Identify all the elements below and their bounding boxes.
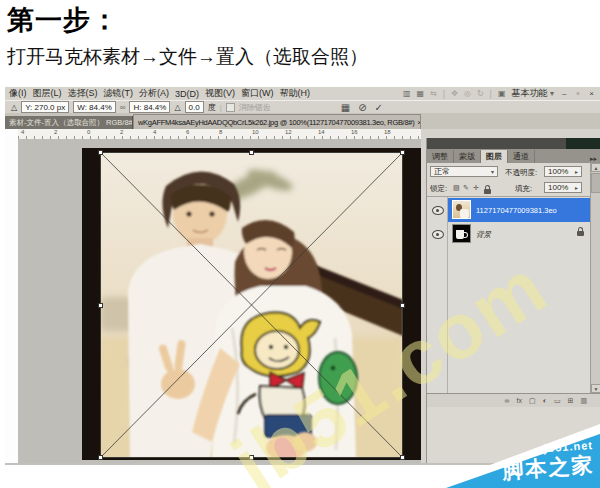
document-tab-photo[interactable]: wKgAFFM4ksaAEyHdAADQQbCrL5k262.jpg @ 100…: [133, 114, 421, 129]
y-position-field[interactable]: Y: 270.0 px: [21, 101, 69, 113]
blend-mode-select[interactable]: 正常 ▾: [430, 166, 498, 177]
link-layers-icon[interactable]: ∞: [505, 397, 510, 404]
dock-collapse-area[interactable]: [566, 138, 600, 149]
layer-name: 1127170477009381.3eo: [476, 206, 584, 215]
chevron-down-icon: ▾: [550, 89, 554, 98]
w-label: W:: [77, 103, 87, 112]
h-label: H:: [133, 103, 141, 112]
restore-button[interactable]: ▫: [574, 89, 581, 98]
menu-window[interactable]: 窗口(W): [241, 87, 274, 100]
document-canvas[interactable]: [82, 148, 421, 460]
close-button[interactable]: ×: [587, 89, 596, 98]
layer-list: 1127170477009381.3eo 背景: [427, 196, 600, 394]
fill-value: 100%: [548, 183, 568, 192]
ruler-number: 16: [351, 129, 358, 135]
ruler-number: 4: [153, 129, 156, 135]
scroll-down-icon[interactable]: ▼: [591, 384, 600, 393]
arrange-documents-icon[interactable]: ⇆: [430, 89, 437, 98]
transform-handle[interactable]: [400, 455, 405, 460]
transform-handle[interactable]: [98, 150, 103, 155]
tab-layers[interactable]: 图层: [481, 150, 508, 163]
menu-bar: 像(I) 图层(L) 选择(S) 滤镜(T) 分析(A) 3D(D) 视图(V)…: [5, 87, 600, 100]
link-dimensions-icon[interactable]: ∞: [120, 103, 126, 112]
panel-scrollbar[interactable]: ▲ ▼: [590, 163, 600, 393]
spinner-icon: ▸: [575, 184, 578, 191]
chevron-down-icon: ▾: [491, 168, 494, 175]
menu-3d[interactable]: 3D(D): [175, 89, 199, 99]
zoom-tool-icon[interactable]: ◎: [464, 89, 471, 98]
opacity-field[interactable]: 100% ▸: [544, 166, 582, 177]
opacity-value: 100%: [548, 167, 568, 176]
ruler-number: 4: [21, 129, 24, 135]
y-label: Y:: [25, 103, 32, 112]
minimize-button[interactable]: –: [560, 89, 568, 98]
height-field[interactable]: H: 84.4%: [129, 101, 170, 113]
lock-transparent-icon[interactable]: ▨: [453, 184, 460, 192]
new-group-icon[interactable]: ▭: [554, 397, 561, 405]
lock-all-icon[interactable]: [484, 189, 491, 194]
angle-value: 0.0: [189, 103, 200, 112]
eye-icon[interactable]: [432, 230, 444, 239]
layer-style-icon[interactable]: fx: [517, 397, 522, 404]
layer-row-photo[interactable]: 1127170477009381.3eo: [448, 198, 590, 222]
layer-name: 背景: [476, 230, 584, 240]
cancel-transform-icon[interactable]: ⊘: [356, 102, 368, 113]
ruler-number: 12: [285, 129, 292, 135]
transform-handle[interactable]: [400, 150, 405, 155]
menu-image[interactable]: 像(I): [9, 87, 27, 100]
ruler-number: 14: [318, 129, 325, 135]
menu-layer[interactable]: 图层(L): [33, 87, 62, 100]
menu-select[interactable]: 选择(S): [68, 87, 98, 100]
tab-title: wKgAFFM4ksaAEyHdAADQQbCrL5k262.jpg @ 100…: [138, 118, 414, 127]
h-value: 84.4%: [144, 103, 167, 112]
commit-transform-icon[interactable]: ✓: [373, 102, 385, 113]
hand-tool-icon[interactable]: ✥: [451, 89, 458, 98]
warp-mode-icon[interactable]: ▦: [339, 102, 352, 113]
lock-pixels-icon[interactable]: ✎: [463, 184, 469, 192]
menu-filter[interactable]: 滤镜(T): [104, 87, 134, 100]
layers-panel-footer: ∞ fx ▢ ◐ ▭ ⊞ ▥: [427, 393, 600, 407]
layer-row-background[interactable]: 背景: [448, 222, 590, 246]
panel-menu-icon[interactable]: ▸▸: [590, 155, 600, 163]
tab-channels[interactable]: 通道: [508, 150, 535, 163]
scrollbar-thumb[interactable]: [591, 173, 600, 193]
bridge-icon[interactable]: ▥: [403, 89, 411, 98]
placed-photo[interactable]: [100, 152, 403, 458]
eye-icon[interactable]: [432, 206, 444, 215]
options-bar: △ Y: 270.0 px W: 84.4% ∞ H: 84.4% △ 0.0 …: [5, 100, 600, 113]
close-tab-icon[interactable]: ×: [417, 118, 421, 127]
workspace-switcher[interactable]: 基本功能 ▾: [512, 87, 555, 100]
menu-analysis[interactable]: 分析(A): [139, 87, 169, 100]
blend-mode-row: 正常 ▾ 不透明度: 100% ▸: [427, 165, 600, 180]
angle-field[interactable]: 0.0: [185, 101, 204, 113]
fill-field[interactable]: 100% ▸: [544, 182, 582, 193]
screen-mode-icon[interactable]: ▣: [498, 89, 506, 98]
transform-handle[interactable]: [249, 455, 254, 460]
add-mask-icon[interactable]: ▢: [529, 397, 536, 405]
y-value: 270.0 px: [35, 103, 66, 112]
transform-handle[interactable]: [249, 150, 254, 155]
tab-masks[interactable]: 蒙版: [454, 150, 481, 163]
transform-handle[interactable]: [98, 455, 103, 460]
antialias-checkbox[interactable]: [226, 103, 235, 112]
menu-view[interactable]: 视图(V): [205, 87, 235, 100]
ruler-number: 2: [120, 129, 123, 135]
adjustment-layer-icon[interactable]: ◐: [543, 397, 547, 404]
width-field[interactable]: W: 84.4%: [73, 101, 116, 113]
delete-layer-icon[interactable]: ▥: [580, 397, 587, 405]
menu-help[interactable]: 帮助(H): [280, 87, 311, 100]
transform-handle[interactable]: [400, 303, 405, 308]
visibility-column: [427, 197, 448, 394]
document-tab-mug[interactable]: 素材-文件-置入（选取合照） RGB/8#) ×: [5, 116, 133, 129]
transform-handle[interactable]: [98, 303, 103, 308]
tab-adjustments[interactable]: 调整: [427, 150, 454, 163]
angle-icon: △: [174, 103, 180, 112]
view-extras-icon[interactable]: ▦: [417, 89, 425, 98]
left-margin: [5, 129, 18, 463]
fill-label: 填充:: [515, 184, 532, 194]
scroll-up-icon[interactable]: ▲: [591, 163, 600, 172]
photoshop-window: 像(I) 图层(L) 选择(S) 滤镜(T) 分析(A) 3D(D) 视图(V)…: [5, 87, 600, 465]
lock-position-icon[interactable]: ✛: [473, 184, 479, 192]
new-layer-icon[interactable]: ⊞: [568, 397, 574, 405]
rotate-view-icon[interactable]: ↻: [477, 89, 484, 98]
